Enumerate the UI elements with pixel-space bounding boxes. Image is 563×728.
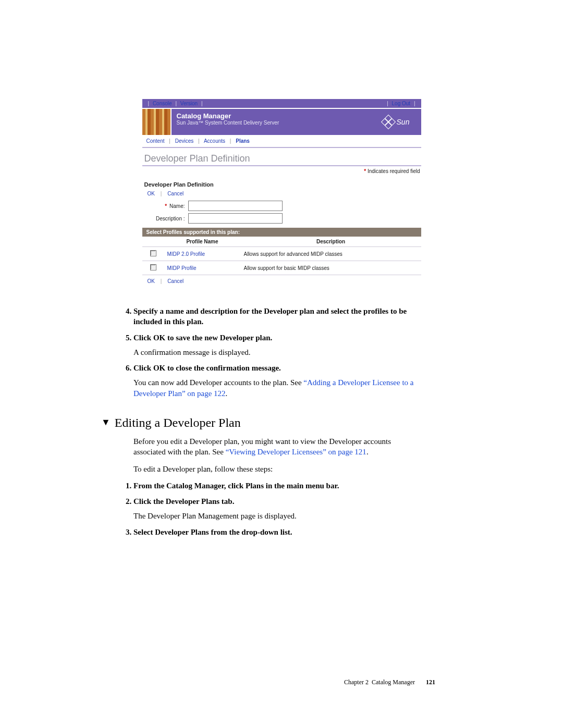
- topbar-logout-link[interactable]: Log Out: [392, 101, 411, 106]
- triangle-icon: ▼: [101, 417, 111, 427]
- catalog-manager-screenshot: | Console | Version | | Log Out | Catalo…: [142, 99, 421, 290]
- name-label: * Name:: [148, 203, 185, 209]
- required-field-note: * Indicates required field: [142, 166, 421, 176]
- profiles-col-name: Profile Name: [164, 237, 241, 247]
- profile-checkbox[interactable]: [150, 250, 156, 256]
- ok-button[interactable]: OK: [148, 191, 155, 196]
- button-row-bottom: OK | Cancel: [148, 278, 419, 284]
- edit-step-3: Select Developer Plans from the drop-dow…: [133, 527, 420, 537]
- page-footer: Chapter 2 Catalog Manager 121: [344, 678, 435, 686]
- intro-paragraph-2: To edit a Developer plan, follow these s…: [133, 464, 420, 474]
- xref-viewing-licensees[interactable]: “Viewing Developer Licensees” on page 12…: [226, 448, 366, 456]
- description-field[interactable]: [188, 213, 283, 224]
- banner-title-block: Catalog Manager Sun Java™ System Content…: [172, 109, 372, 135]
- menu-accounts[interactable]: Accounts: [204, 138, 225, 144]
- banner-title: Catalog Manager: [177, 112, 366, 120]
- topbar-console-link[interactable]: Console: [153, 101, 172, 106]
- profile-desc: Allow support for basic MIDP classes: [241, 261, 421, 275]
- name-field[interactable]: [188, 201, 283, 211]
- profiles-header-bar: Select Profiles supported in this plan:: [142, 228, 421, 237]
- profile-name-link[interactable]: MIDP Profile: [167, 265, 197, 271]
- table-row: MIDP 2.0 Profile Allows support for adva…: [142, 247, 421, 261]
- books-graphic: [142, 109, 172, 135]
- topbar-version-link[interactable]: Version: [180, 101, 198, 106]
- description-label: Description :: [148, 216, 185, 221]
- sun-icon: [381, 115, 395, 129]
- profiles-col-desc: Description: [241, 237, 421, 247]
- cancel-button[interactable]: Cancel: [167, 278, 183, 284]
- step-5: Click OK to save the new Developer plan.…: [133, 332, 420, 358]
- sun-text: Sun: [397, 118, 410, 126]
- page-title: Developer Plan Definition: [144, 153, 421, 164]
- ok-button[interactable]: OK: [148, 278, 155, 284]
- table-row: MIDP Profile Allow support for basic MID…: [142, 261, 421, 275]
- menu-content[interactable]: Content: [146, 138, 165, 144]
- edit-step-1: From the Catalog Manager, click Plans in…: [133, 480, 420, 491]
- profile-desc: Allows support for advanced MIDP classes: [241, 247, 421, 261]
- cancel-button[interactable]: Cancel: [167, 191, 183, 196]
- sun-logo-box: Sun: [372, 109, 421, 135]
- banner-subtitle: Sun Java™ System Content Delivery Server: [177, 120, 366, 126]
- profiles-table: Profile Name Description MIDP 2.0 Profil…: [142, 237, 421, 275]
- profile-checkbox[interactable]: [150, 264, 156, 270]
- button-row-top: OK | Cancel: [148, 191, 419, 196]
- step-6: Click OK to close the confirmation messa…: [133, 363, 420, 399]
- step-4: Specify a name and description for the D…: [133, 306, 420, 327]
- page-number: 121: [426, 678, 435, 686]
- profile-name-link[interactable]: MIDP 2.0 Profile: [167, 251, 205, 257]
- form-area: OK | Cancel * Name: Description :: [142, 191, 421, 228]
- document-body: Specify a name and description for the D…: [115, 306, 420, 537]
- menu-plans[interactable]: Plans: [236, 138, 250, 144]
- topbar: | Console | Version | | Log Out |: [142, 99, 421, 108]
- intro-paragraph: Before you edit a Developer plan, you mi…: [133, 436, 420, 458]
- section-heading-editing: ▼Editing a Developer Plan: [101, 414, 420, 431]
- edit-step-2: Click the Developer Plans tab. The Devel…: [133, 496, 420, 522]
- main-menubar: Content | Devices | Accounts | Plans: [142, 135, 421, 148]
- menu-devices[interactable]: Devices: [175, 138, 194, 144]
- form-section-title: Developer Plan Definition: [144, 181, 421, 188]
- banner: Catalog Manager Sun Java™ System Content…: [142, 108, 421, 135]
